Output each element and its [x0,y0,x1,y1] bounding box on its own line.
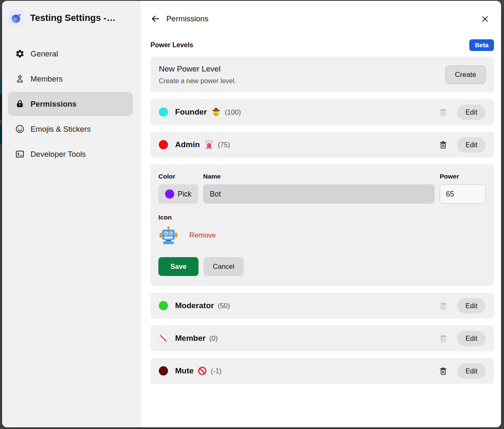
sidebar-item-developer-tools[interactable]: Developer Tools [8,142,133,166]
pick-label: Pick [178,190,191,199]
trash-icon [438,334,448,343]
power-level-name: Member [175,334,206,343]
color-pick-button[interactable]: Pick [158,184,198,204]
back-button[interactable] [150,14,160,24]
color-swatch [159,301,168,310]
sidebar-item-label: Permissions [31,100,76,109]
power-input[interactable] [440,184,486,204]
power-level-value: (75) [218,141,230,149]
power-level-value: (50) [218,302,230,310]
power-level-edit-form: Color Pick Name Power Icon [150,164,494,286]
new-power-level-title: New Power Level [159,64,236,74]
sidebar-item-label: General [31,49,58,59]
panel-header: Permissions [150,13,494,24]
robot-emoji-icon [158,225,178,245]
power-level-name: Admin [175,140,200,149]
room-settings-dialog: Testing Settings -… General Members Perm… [2,1,501,427]
name-input[interactable] [203,184,435,204]
section-title: Power Levels [150,41,193,49]
panel-title: Permissions [166,14,209,23]
edit-button[interactable]: Edit [457,331,486,346]
room-avatar [8,10,24,26]
power-level-value: (0) [209,335,218,342]
trash-icon [438,366,448,376]
settings-nav: General Members Permissions Emojis & Sti… [2,42,140,166]
sidebar-item-label: Members [31,74,63,84]
power-level-name: Moderator [175,301,214,310]
smiley-icon [15,124,25,134]
color-swatch [159,107,168,117]
create-button[interactable]: Create [445,66,486,84]
lock-icon [15,99,25,109]
terminal-icon [15,149,25,159]
edit-button[interactable]: Edit [457,137,486,153]
power-label: Power [440,173,486,180]
sidebar-item-label: Emojis & Stickers [31,125,91,134]
color-swatch [159,366,168,375]
sidebar-item-label: Developer Tools [31,150,86,159]
power-level-row-admin: Admin (75) Edit [150,132,494,158]
sidebar-item-permissions[interactable]: Permissions [8,92,133,116]
power-level-name: Founder [175,107,207,117]
icon-label: Icon [158,214,486,221]
trash-icon [438,107,448,117]
delete-button[interactable] [438,301,448,311]
settings-sidebar: Testing Settings -… General Members Perm… [2,1,140,427]
delete-button[interactable] [438,140,448,150]
back-arrow-icon [150,14,160,24]
settings-title: Testing Settings -… [30,13,116,23]
close-icon [481,15,489,23]
trash-icon [438,140,448,150]
color-label: Color [158,173,198,180]
color-swatch-none [159,334,168,343]
power-level-row-member: Member (0) Edit [150,325,494,351]
sidebar-item-general[interactable]: General [8,42,133,66]
edit-button[interactable]: Edit [457,363,486,379]
power-level-name: Mute [175,366,193,375]
picked-color-swatch [165,189,174,199]
power-level-row-founder: Founder (100) Edit [150,99,494,125]
prohibited-emoji-icon [198,366,207,375]
gear-icon [15,49,25,59]
person-icon [15,74,25,84]
sidebar-item-members[interactable]: Members [8,67,133,91]
name-label: Name [203,173,435,180]
new-power-level-card: New Power Level Create a new power level… [150,57,494,92]
room-avatar-image [10,12,23,24]
delete-button[interactable] [438,107,448,117]
permissions-panel: Permissions Power Levels Beta New Power … [140,1,501,427]
power-level-value: (100) [225,108,241,116]
power-levels-section-head: Power Levels Beta [150,39,494,51]
edit-button[interactable]: Edit [457,105,486,120]
delete-button[interactable] [438,366,448,376]
edit-button[interactable]: Edit [457,298,486,314]
close-button[interactable] [480,14,490,24]
new-power-level-description: Create a new power level. [159,77,236,85]
cancel-button[interactable]: Cancel [204,257,244,276]
color-swatch [159,140,168,149]
power-level-row-mute: Mute (-1) Edit [150,358,494,384]
remove-icon-link[interactable]: Remove [189,231,216,240]
sidebar-header: Testing Settings -… [2,10,140,26]
power-level-row-moderator: Moderator (50) Edit [150,293,494,319]
save-button[interactable]: Save [158,257,199,276]
beta-badge: Beta [469,39,494,51]
sidebar-item-emojis-stickers[interactable]: Emojis & Stickers [8,117,133,141]
trash-icon [438,301,448,311]
police-light-emoji-icon [204,140,214,150]
power-level-value: (-1) [211,367,221,375]
cowboy-hat-face-emoji-icon [211,107,221,117]
delete-button[interactable] [438,333,448,343]
